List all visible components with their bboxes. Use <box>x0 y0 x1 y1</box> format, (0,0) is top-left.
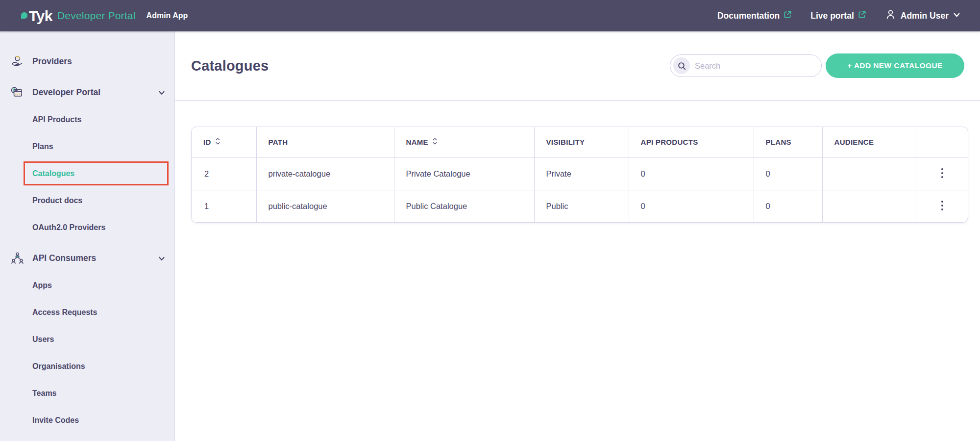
column-header-api-products: API PRODUCTS <box>629 127 754 157</box>
kebab-icon <box>941 200 944 212</box>
sort-icon <box>432 137 438 147</box>
sidebar-item-label: Organisations <box>32 362 85 371</box>
cell-api-products: 0 <box>629 190 754 222</box>
external-link-icon <box>784 10 792 21</box>
column-header-plans: PLANS <box>754 127 822 157</box>
user-name: Admin User <box>901 11 949 21</box>
external-link-icon <box>858 10 866 21</box>
column-header-label: NAME <box>406 138 428 146</box>
documentation-link[interactable]: Documentation <box>717 10 792 21</box>
sidebar-item-label: Invite Codes <box>32 416 79 425</box>
sidebar-item-label: Product docs <box>32 196 82 205</box>
cell-path: public-catalogue <box>256 190 394 222</box>
tyk-leaf-icon <box>21 12 27 19</box>
sidebar-item-label: Providers <box>32 56 72 67</box>
sidebar-item-catalogues[interactable]: Catalogues <box>0 160 174 187</box>
cell-id: 1 <box>192 190 256 222</box>
sidebar-item-label: Teams <box>32 389 57 398</box>
sidebar-item-api-products[interactable]: API Products <box>0 106 174 133</box>
column-header-path: PATH <box>256 127 394 157</box>
column-header-audience: AUDIENCE <box>822 127 916 157</box>
page-header-actions: + ADD NEW CATALOGUE <box>670 53 964 78</box>
sidebar-item-apps[interactable]: Apps <box>0 272 174 299</box>
sidebar-item-label: API Consumers <box>32 253 96 263</box>
sidebar-item-developer-portal[interactable]: </>Developer Portal <box>0 79 174 106</box>
logo-text: Tyk <box>29 8 52 24</box>
page-header: Catalogues + ADD NEW CATALOGUE <box>175 31 980 101</box>
sidebar-item-users[interactable]: Users <box>0 326 174 353</box>
sidebar-item-product-docs[interactable]: Product docs <box>0 187 174 214</box>
column-header-label: ID <box>203 138 211 146</box>
search-icon <box>673 57 690 74</box>
table-body: 2private-cataloguePrivate CataloguePriva… <box>192 157 968 222</box>
table-header-row: IDPATHNAMEVISIBILITYAPI PRODUCTSPLANSAUD… <box>192 127 968 157</box>
sidebar-item-api-consumers[interactable]: API Consumers <box>0 245 174 272</box>
column-header-visibility: VISIBILITY <box>534 127 629 157</box>
cell-visibility: Private <box>534 157 629 190</box>
sidebar-item-label: Access Requests <box>32 308 98 317</box>
kebab-icon <box>941 168 944 180</box>
providers-icon <box>10 54 24 69</box>
cell-plans: 0 <box>754 157 822 190</box>
cell-name: Public Catalogue <box>394 190 534 222</box>
search-box <box>670 54 822 77</box>
sidebar-item-label: Developer Portal <box>32 87 100 98</box>
sidebar-item-label: Users <box>32 335 54 344</box>
sidebar-item-label: OAuth2.0 Providers <box>32 223 105 232</box>
main-content: Catalogues + ADD NEW CATALOGUE IDPATHNAM… <box>175 31 980 441</box>
user-menu[interactable]: Admin User <box>885 9 960 23</box>
page-title: Catalogues <box>191 58 269 74</box>
sidebar-item-label: API Products <box>32 115 81 124</box>
sidebar-item-label: Plans <box>32 142 53 151</box>
cell-api-products: 0 <box>629 157 754 190</box>
cell-visibility: Public <box>534 190 629 222</box>
documentation-link-label: Documentation <box>717 11 780 21</box>
sidebar-nav: Providers</>Developer PortalAPI Products… <box>0 31 175 441</box>
tyk-logo[interactable]: Tyk Developer Portal <box>21 8 136 24</box>
column-header-id[interactable]: ID <box>192 127 256 157</box>
portal-icon: </> <box>10 85 24 100</box>
table-row[interactable]: 2private-cataloguePrivate CataloguePriva… <box>192 157 968 190</box>
consumers-icon <box>10 251 24 265</box>
sidebar-item-teams[interactable]: Teams <box>0 380 174 407</box>
header-right: Documentation Live portal Admin User <box>717 9 960 23</box>
row-actions-menu-button[interactable] <box>934 164 951 184</box>
logo-subtitle: Developer Portal <box>57 10 136 22</box>
sidebar-item-providers[interactable]: Providers <box>0 48 174 75</box>
cell-audience <box>822 190 916 222</box>
column-header-label: PATH <box>269 138 288 146</box>
sidebar-item-plans[interactable]: Plans <box>0 133 174 160</box>
sidebar-item-organisations[interactable]: Organisations <box>0 353 174 380</box>
search-input[interactable] <box>695 61 814 71</box>
column-header-label: API PRODUCTS <box>641 138 698 146</box>
add-new-catalogue-button[interactable]: + ADD NEW CATALOGUE <box>826 53 964 78</box>
chevron-down-icon[interactable] <box>158 89 166 97</box>
live-portal-link-label: Live portal <box>810 11 854 21</box>
app-header: Tyk Developer Portal Admin App Documenta… <box>0 0 980 31</box>
cell-name: Private Catalogue <box>394 157 534 190</box>
column-header-actions <box>916 127 968 157</box>
column-header-label: AUDIENCE <box>834 138 874 146</box>
live-portal-link[interactable]: Live portal <box>810 10 866 21</box>
cell-id: 2 <box>192 157 256 190</box>
sidebar-item-oauth2-0-providers[interactable]: OAuth2.0 Providers <box>0 214 174 241</box>
cell-actions <box>916 157 968 190</box>
row-actions-menu-button[interactable] <box>934 196 951 216</box>
column-header-name[interactable]: NAME <box>394 127 534 157</box>
user-icon <box>885 9 896 23</box>
table-row[interactable]: 1public-cataloguePublic CataloguePublic0… <box>192 190 968 222</box>
cell-path: private-catalogue <box>256 157 394 190</box>
sidebar-item-access-requests[interactable]: Access Requests <box>0 299 174 326</box>
app-label: Admin App <box>147 11 188 20</box>
sidebar-item-label: Apps <box>32 281 52 290</box>
chevron-down-icon[interactable] <box>158 255 166 262</box>
column-header-label: PLANS <box>766 138 791 146</box>
sidebar-item-invite-codes[interactable]: Invite Codes <box>0 407 174 434</box>
cell-audience <box>822 157 916 190</box>
sort-icon <box>215 137 220 147</box>
cell-plans: 0 <box>754 190 822 222</box>
svg-text:</>: </> <box>15 92 21 96</box>
catalogues-table: IDPATHNAMEVISIBILITYAPI PRODUCTSPLANSAUD… <box>191 127 968 223</box>
column-header-label: VISIBILITY <box>546 138 585 146</box>
sidebar-item-label: Catalogues <box>32 169 74 178</box>
